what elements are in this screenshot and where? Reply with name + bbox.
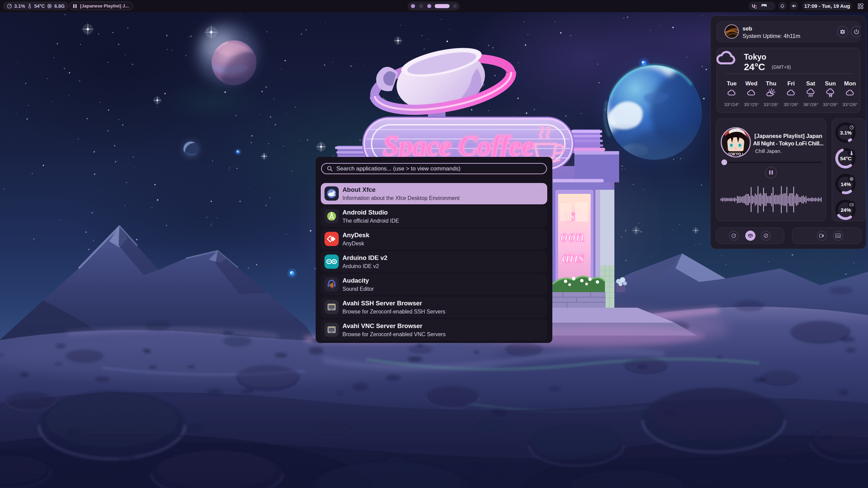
svg-text:Thu: Thu — [766, 80, 776, 87]
svg-text:Chill Japan.: Chill Japan. — [755, 148, 782, 154]
svg-text:33°/26°: 33°/26° — [764, 102, 779, 107]
svg-text:(GMT+9): (GMT+9) — [772, 64, 791, 70]
svg-text:14%: 14% — [841, 181, 851, 187]
svg-text:seb: seb — [743, 25, 752, 32]
svg-text:33°/26°: 33°/26° — [823, 102, 838, 107]
svg-text:33°/26°: 33°/26° — [843, 102, 858, 107]
svg-text:Sat: Sat — [806, 80, 815, 87]
svg-text:54°C: 54°C — [840, 156, 852, 161]
svg-text:Wed: Wed — [745, 80, 757, 87]
svg-text:System Uptime: 4h11m: System Uptime: 4h11m — [743, 33, 800, 39]
svg-text:24%: 24% — [841, 207, 851, 213]
svg-text:Sun: Sun — [825, 80, 836, 87]
svg-text:3.1%: 3.1% — [840, 130, 851, 136]
svg-text:ans: ans — [562, 248, 584, 266]
svg-text:oon: oon — [560, 227, 585, 245]
svg-text:35°/25°: 35°/25° — [744, 102, 759, 107]
svg-text:[Japanese Playlist] Japan: [Japanese Playlist] Japan — [754, 133, 822, 139]
svg-text:Tokyo: Tokyo — [744, 53, 766, 61]
svg-text:24°C: 24°C — [744, 62, 765, 72]
svg-text:33°/24°: 33°/24° — [724, 102, 739, 107]
svg-text:35°/26°: 35°/26° — [784, 102, 799, 107]
svg-text:36°/26°: 36°/26° — [803, 102, 818, 107]
svg-text:Mon: Mon — [844, 80, 856, 87]
svg-text:Fri: Fri — [787, 80, 795, 87]
svg-text:Tue: Tue — [727, 80, 737, 87]
svg-text:All Night - Tokyo LoFi Chill..: All Night - Tokyo LoFi Chill... — [753, 140, 824, 146]
